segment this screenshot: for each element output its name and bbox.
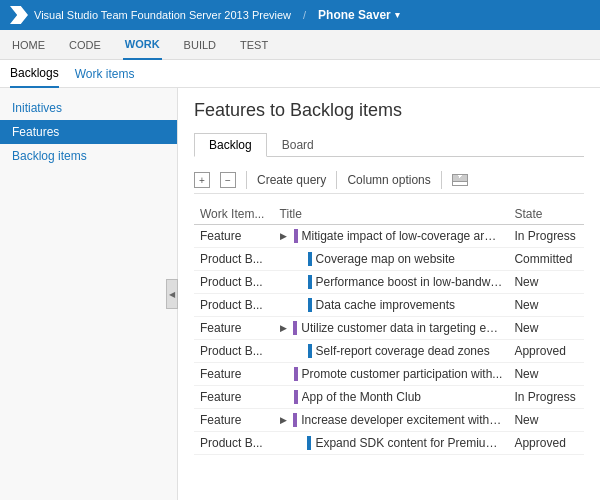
nav-bar: HOME CODE WORK BUILD TEST <box>0 30 600 60</box>
cell-state: New <box>508 271 584 294</box>
work-item-color-bar <box>293 321 297 335</box>
cell-title: Expand SDK content for Premium... <box>274 432 509 455</box>
expand-icon[interactable]: ▶ <box>280 415 290 425</box>
toolbar-divider-2 <box>336 171 337 189</box>
cell-workitem: Product B... <box>194 248 274 271</box>
table-row[interactable]: Product B...Data cache improvementsNew <box>194 294 584 317</box>
nav-test[interactable]: TEST <box>238 30 270 60</box>
cell-title: ▶Increase developer excitement with D... <box>274 409 509 432</box>
sidebar-item-initiatives[interactable]: Initiatives <box>0 96 177 120</box>
nav-build[interactable]: BUILD <box>182 30 218 60</box>
cell-title: ▶Mitigate impact of low-coverage areas <box>274 225 509 248</box>
cell-workitem: Feature <box>194 409 274 432</box>
table-header-row: Work Item... Title State <box>194 204 584 225</box>
work-item-color-bar <box>308 298 312 312</box>
expand-icon[interactable]: ▶ <box>280 323 290 333</box>
work-item-color-bar <box>293 413 297 427</box>
work-item-title-text: Mitigate impact of low-coverage areas <box>302 229 503 243</box>
cell-workitem: Feature <box>194 225 274 248</box>
work-item-title-text: Performance boost in low-bandwi... <box>316 275 503 289</box>
tab-board[interactable]: Board <box>267 133 329 157</box>
work-item-title-text: Data cache improvements <box>316 298 455 312</box>
work-item-title-text: Utilize customer data in targeting exp..… <box>301 321 502 335</box>
expand-all-button[interactable]: + <box>194 172 210 188</box>
table-row[interactable]: Product B...Coverage map on websiteCommi… <box>194 248 584 271</box>
subnav-work-items[interactable]: Work items <box>75 60 135 88</box>
nav-code[interactable]: CODE <box>67 30 103 60</box>
work-item-title-text: Coverage map on website <box>316 252 455 266</box>
work-item-title-text: Expand SDK content for Premium... <box>315 436 502 450</box>
tab-bar: Backlog Board <box>194 133 584 157</box>
cell-workitem: Product B... <box>194 294 274 317</box>
subnav-backlogs[interactable]: Backlogs <box>10 60 59 88</box>
cell-title: Self-report coverage dead zones <box>274 340 509 363</box>
project-name[interactable]: Phone Saver ▾ <box>318 8 400 22</box>
cell-title: Promote customer participation with... <box>274 363 509 386</box>
content-area: Features to Backlog items Backlog Board … <box>178 88 600 500</box>
cell-state: Approved <box>508 432 584 455</box>
table-row[interactable]: FeaturePromote customer participation wi… <box>194 363 584 386</box>
cell-state: Approved <box>508 340 584 363</box>
sidebar-item-backlog-items[interactable]: Backlog items <box>0 144 177 168</box>
col-header-state[interactable]: State <box>508 204 584 225</box>
nav-home[interactable]: HOME <box>10 30 47 60</box>
cell-state: New <box>508 294 584 317</box>
create-query-button[interactable]: Create query <box>257 173 326 187</box>
tab-backlog[interactable]: Backlog <box>194 133 267 157</box>
toolbar-divider-3 <box>441 171 442 189</box>
cell-workitem: Feature <box>194 363 274 386</box>
work-item-title-text: Promote customer participation with... <box>302 367 503 381</box>
sidebar: Initiatives Features Backlog items ◀ <box>0 88 178 500</box>
col-header-title[interactable]: Title <box>274 204 509 225</box>
collapse-all-button[interactable]: − <box>220 172 236 188</box>
column-options-button[interactable]: Column options <box>347 173 430 187</box>
cell-workitem: Feature <box>194 317 274 340</box>
vs-icon <box>10 6 28 24</box>
backlog-table: Work Item... Title State Feature▶Mitigat… <box>194 204 584 455</box>
table-row[interactable]: FeatureApp of the Month ClubIn Progress <box>194 386 584 409</box>
mail-icon[interactable] <box>452 174 468 186</box>
cell-state: New <box>508 409 584 432</box>
work-item-color-bar <box>308 344 312 358</box>
work-item-color-bar <box>294 367 298 381</box>
toolbar: + − Create query Column options <box>194 167 584 194</box>
col-header-workitem[interactable]: Work Item... <box>194 204 274 225</box>
table-row[interactable]: Feature▶Mitigate impact of low-coverage … <box>194 225 584 248</box>
separator: / <box>303 9 306 21</box>
expand-icon[interactable]: ▶ <box>280 231 290 241</box>
top-bar: Visual Studio Team Foundation Server 201… <box>0 0 600 30</box>
work-item-title-text: App of the Month Club <box>302 390 421 404</box>
sub-nav: Backlogs Work items <box>0 60 600 88</box>
cell-state: Committed <box>508 248 584 271</box>
cell-workitem: Feature <box>194 386 274 409</box>
project-dropdown-arrow[interactable]: ▾ <box>395 10 400 20</box>
cell-state: New <box>508 317 584 340</box>
cell-title: ▶Utilize customer data in targeting exp.… <box>274 317 509 340</box>
work-item-color-bar <box>307 436 311 450</box>
cell-title: Coverage map on website <box>274 248 509 271</box>
sidebar-toggle[interactable]: ◀ <box>166 279 178 309</box>
table-row[interactable]: Feature▶Utilize customer data in targeti… <box>194 317 584 340</box>
cell-title: Performance boost in low-bandwi... <box>274 271 509 294</box>
cell-state: In Progress <box>508 225 584 248</box>
vs-logo: Visual Studio Team Foundation Server 201… <box>10 6 291 24</box>
cell-workitem: Product B... <box>194 432 274 455</box>
table-row[interactable]: Product B...Expand SDK content for Premi… <box>194 432 584 455</box>
table-row[interactable]: Product B...Self-report coverage dead zo… <box>194 340 584 363</box>
page-title: Features to Backlog items <box>194 100 584 121</box>
main-layout: Initiatives Features Backlog items ◀ Fea… <box>0 88 600 500</box>
work-item-title-text: Increase developer excitement with D... <box>301 413 502 427</box>
sidebar-item-features[interactable]: Features <box>0 120 177 144</box>
cell-workitem: Product B... <box>194 340 274 363</box>
cell-workitem: Product B... <box>194 271 274 294</box>
project-label: Phone Saver <box>318 8 391 22</box>
toolbar-divider-1 <box>246 171 247 189</box>
work-item-title-text: Self-report coverage dead zones <box>316 344 490 358</box>
cell-title: App of the Month Club <box>274 386 509 409</box>
table-row[interactable]: Product B...Performance boost in low-ban… <box>194 271 584 294</box>
nav-work[interactable]: WORK <box>123 30 162 60</box>
app-title: Visual Studio Team Foundation Server 201… <box>34 9 291 21</box>
work-item-color-bar <box>308 275 312 289</box>
table-row[interactable]: Feature▶Increase developer excitement wi… <box>194 409 584 432</box>
cell-state: In Progress <box>508 386 584 409</box>
